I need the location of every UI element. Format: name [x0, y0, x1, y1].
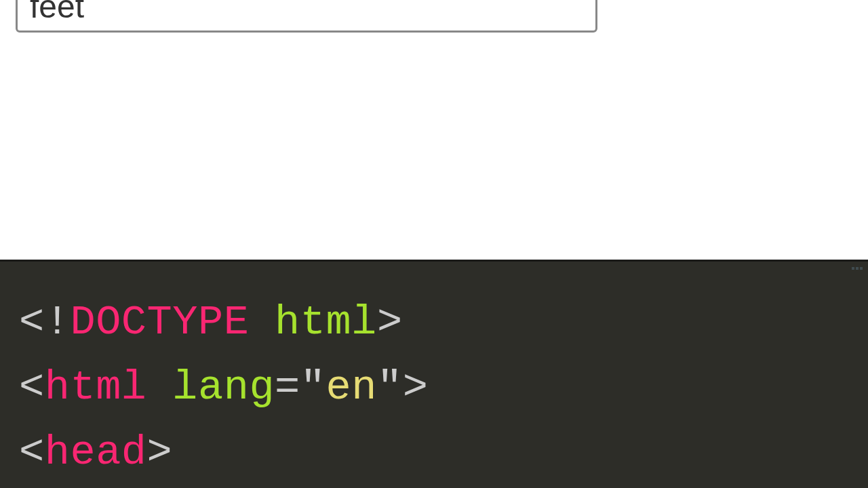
code-line-3[interactable]: <head>: [19, 420, 849, 485]
tag-name: html: [45, 363, 147, 411]
doctype-keyword: DOCTYPE: [70, 298, 249, 346]
angle-bracket: >: [403, 363, 429, 411]
code-line-1[interactable]: <!DOCTYPE html>: [19, 290, 849, 355]
angle-bracket: >: [377, 298, 403, 346]
quote: ": [377, 363, 403, 411]
attr-name: lang: [172, 363, 275, 411]
space: [249, 298, 275, 346]
html-text: html: [275, 298, 377, 346]
angle-bracket: <: [19, 363, 45, 411]
angle-bracket: >: [147, 428, 173, 476]
input-container: [16, 0, 597, 33]
quote: ": [300, 363, 326, 411]
exclamation: !: [45, 298, 71, 346]
code-editor-pane[interactable]: <!DOCTYPE html> <html lang="en"> <head>: [0, 260, 868, 488]
angle-bracket: <: [19, 428, 45, 476]
resize-handle-icon[interactable]: [852, 263, 865, 277]
space: [147, 363, 173, 411]
angle-bracket: <: [19, 298, 45, 346]
tag-name: head: [45, 428, 147, 476]
equals: =: [275, 363, 300, 411]
text-input[interactable]: [16, 0, 597, 33]
preview-pane: [0, 0, 868, 260]
attr-value: en: [326, 363, 377, 411]
code-line-2[interactable]: <html lang="en">: [19, 355, 849, 420]
